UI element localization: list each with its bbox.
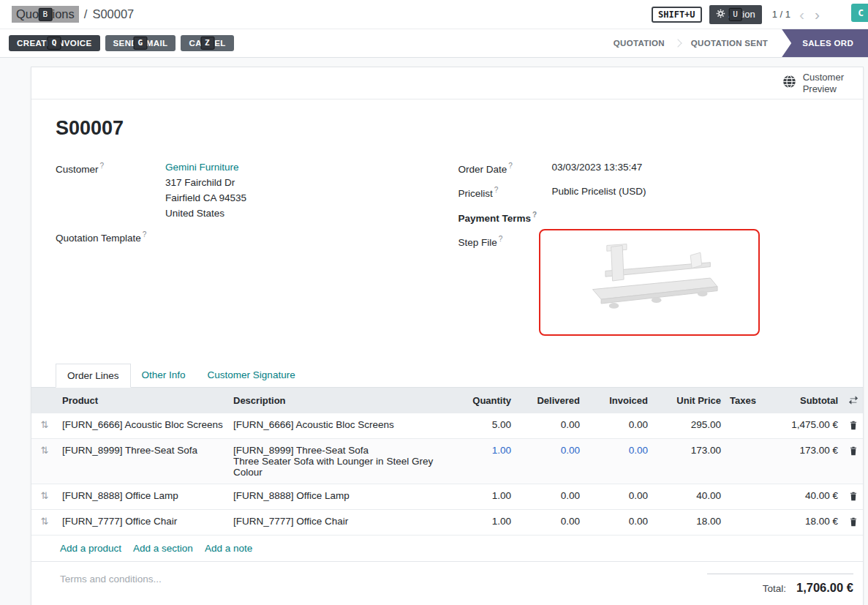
state-quotation-sent[interactable]: QUOTATION SENT — [681, 29, 778, 57]
customer-preview-link[interactable]: Customer Preview — [803, 72, 844, 94]
state-quotation[interactable]: QUOTATION — [603, 29, 675, 57]
product-cell[interactable]: [FURN_8888] Office Lamp — [58, 484, 229, 510]
order-date-label: Order Date? — [458, 160, 552, 177]
total-value: 1,706.00 € — [796, 581, 853, 595]
delete-row-icon[interactable] — [849, 492, 858, 503]
quantity-cell[interactable]: 5.00 — [448, 413, 516, 439]
terms-and-conditions-input[interactable]: Terms and conditions... — [60, 574, 162, 595]
delivered-cell[interactable]: 0.00 — [516, 439, 584, 484]
invoiced-cell[interactable]: 0.00 — [584, 510, 652, 536]
drag-handle-icon[interactable]: ⇅ — [41, 490, 49, 501]
description-cell[interactable]: [FURN_8999] Three-Seat SofaThree Seater … — [229, 439, 448, 484]
customer-field-row: Customer? Gemini Furniture 317 Fairchild… — [56, 160, 437, 222]
add-a-section-link[interactable]: Add a section — [133, 543, 193, 554]
pager-previous-button chevron-left-icon[interactable]: ‹ — [798, 7, 806, 22]
step-file-3d-preview — [569, 234, 730, 331]
notebook-tabs: Order Lines Other Info Customer Signatur… — [31, 364, 863, 388]
unit-price-cell[interactable]: 173.00 — [652, 439, 725, 484]
product-cell[interactable]: [FURN_8999] Three-Seat Sofa — [58, 439, 229, 484]
taxes-cell[interactable] — [725, 510, 758, 536]
payment-terms-field-row: Payment Terms? — [458, 209, 839, 226]
help-icon: ? — [143, 230, 147, 238]
pricelist-value[interactable]: Public Pricelist (USD) — [552, 184, 839, 201]
description-cell[interactable]: [FURN_6666] Acoustic Bloc Screens — [229, 413, 448, 439]
drag-handle-icon[interactable]: ⇅ — [41, 419, 49, 430]
unit-price-cell[interactable]: 295.00 — [652, 413, 725, 439]
subtotal-cell: 173.00 € — [758, 439, 842, 484]
tab-order-lines[interactable]: Order Lines — [56, 364, 131, 388]
delivered-cell[interactable]: 0.00 — [516, 510, 584, 536]
invoiced-cell[interactable]: 0.00 — [584, 413, 652, 439]
action-menu-button[interactable]: Action U — [709, 5, 762, 24]
quantity-cell[interactable]: 1.00 — [448, 439, 516, 484]
line-footer-links: Add a product Add a section Add a note — [31, 536, 863, 562]
add-a-note-link[interactable]: Add a note — [205, 543, 252, 554]
subtotal-cell: 1,475.00 € — [758, 413, 842, 439]
unit-price-cell[interactable]: 18.00 — [652, 510, 725, 536]
taxes-cell[interactable] — [725, 439, 758, 484]
tab-other-info[interactable]: Other Info — [131, 364, 197, 388]
state-sales-order[interactable]: SALES ORD — [782, 29, 868, 57]
payment-terms-input[interactable] — [552, 209, 839, 226]
delivered-cell[interactable]: 0.00 — [516, 484, 584, 510]
customer-address-line-1: 317 Fairchild Dr — [165, 176, 437, 191]
description-cell[interactable]: [FURN_7777] Office Chair — [229, 510, 448, 536]
customer-preview-line2: Preview — [803, 83, 844, 95]
sheet-body: S00007 Customer? Gemini Furniture 317 Fa… — [31, 117, 863, 343]
invoiced-cell[interactable]: 0.00 — [584, 484, 652, 510]
product-cell[interactable]: [FURN_7777] Office Chair — [58, 510, 229, 536]
quantity-cell[interactable]: 1.00 — [448, 484, 516, 510]
order-line-row-3: ⇅ [FURN_8888] Office Lamp [FURN_8888] Of… — [31, 484, 864, 510]
delete-row-icon[interactable] — [849, 421, 858, 432]
table-header-row: Product Description Quantity Delivered I… — [31, 388, 864, 413]
topbar-right-tools: SHIFT+U Action U 1 / 1 ‹ › — [652, 5, 856, 24]
delete-row-icon[interactable] — [849, 517, 858, 529]
invoiced-cell[interactable]: 0.00 — [584, 439, 652, 484]
shortcut-badge-g: G — [133, 37, 147, 50]
step-file-field-row: Step File? — [458, 233, 839, 336]
col-handle — [31, 388, 58, 413]
odoo-app: Quotations B / S00007 SHIFT+U Action U 1… — [0, 0, 868, 605]
cancel-button[interactable]: CANCEL Z — [181, 35, 233, 51]
send-email-button[interactable]: SEND EMAIL G — [105, 35, 176, 51]
breadcrumb-current: S00007 — [92, 7, 134, 21]
step-file-label: Step File? — [458, 233, 539, 336]
col-invoiced: Invoiced — [584, 388, 652, 413]
create-invoice-button[interactable]: CREATE INVOICE Q — [9, 35, 100, 51]
col-delivered: Delivered — [516, 388, 584, 413]
globe-icon — [782, 75, 796, 91]
quotation-template-label: Quotation Template? — [56, 229, 165, 246]
tab-customer-signature[interactable]: Customer Signature — [197, 364, 306, 388]
col-description: Description — [229, 388, 448, 413]
taxes-cell[interactable] — [725, 484, 758, 510]
sheet-footer: Terms and conditions... Total: 1,706.00 … — [31, 562, 863, 595]
customer-label: Customer? — [56, 160, 165, 222]
delivered-cell[interactable]: 0.00 — [516, 413, 584, 439]
subtotal-cell: 18.00 € — [758, 510, 842, 536]
help-icon: ? — [532, 211, 537, 219]
taxes-cell[interactable] — [725, 413, 758, 439]
step-file-image-field[interactable] — [539, 229, 760, 336]
customer-value: Gemini Furniture 317 Fairchild Dr Fairfi… — [165, 160, 437, 222]
customer-link[interactable]: Gemini Furniture — [165, 160, 437, 176]
unit-price-cell[interactable]: 40.00 — [652, 484, 725, 510]
shortcut-badge-c: C — [851, 4, 868, 22]
customer-address-line-2: Fairfield CA 94535 — [165, 191, 437, 206]
quantity-cell[interactable]: 1.00 — [448, 510, 516, 536]
quotation-template-input[interactable] — [165, 229, 437, 246]
breadcrumb-quotations-link[interactable]: Quotations B — [12, 6, 79, 23]
order-date-value[interactable]: 03/03/2023 13:35:47 — [552, 160, 839, 177]
drag-handle-icon[interactable]: ⇅ — [41, 445, 49, 456]
pager-next-button chevron-right-icon[interactable]: › — [813, 7, 821, 22]
drag-handle-icon[interactable]: ⇅ — [41, 516, 49, 527]
description-cell[interactable]: [FURN_8888] Office Lamp — [229, 484, 448, 510]
delete-row-icon[interactable] — [849, 446, 858, 458]
control-bar: CREATE INVOICE Q SEND EMAIL G CANCEL Z Q… — [0, 29, 868, 58]
page-title: S00007 — [56, 117, 839, 140]
status-bar: QUOTATION QUOTATION SENT SALES ORD — [603, 29, 868, 57]
shortcut-badge-q: Q — [48, 37, 61, 50]
add-a-product-link[interactable]: Add a product — [60, 543, 121, 554]
toggle-columns-icon[interactable] — [848, 395, 858, 407]
col-product: Product — [58, 388, 229, 413]
product-cell[interactable]: [FURN_6666] Acoustic Bloc Screens — [58, 413, 229, 439]
